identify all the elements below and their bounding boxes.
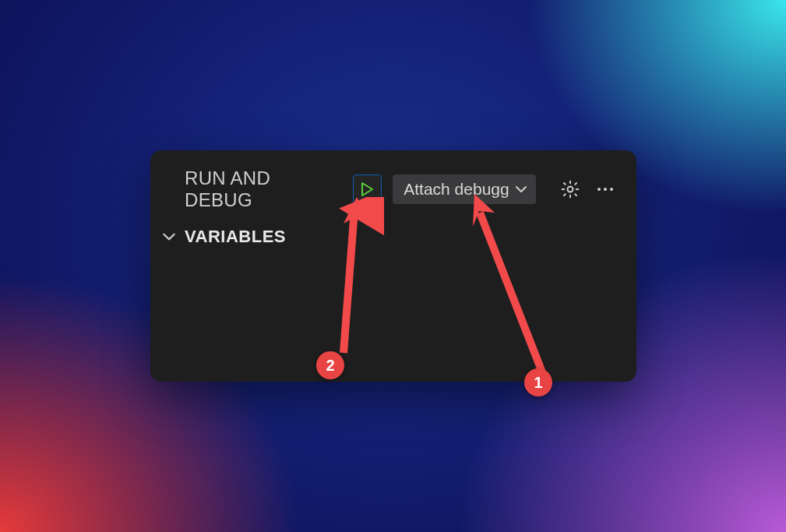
annotation-badge-2: 2 xyxy=(316,351,344,379)
play-icon xyxy=(359,181,375,197)
start-debug-button[interactable] xyxy=(353,174,382,204)
debug-config-dropdown[interactable]: Attach debugg xyxy=(393,174,535,204)
dot-icon xyxy=(610,188,613,191)
svg-point-0 xyxy=(567,187,573,192)
panel-title: RUN AND DEBUG xyxy=(185,167,342,211)
dot-icon xyxy=(597,188,601,191)
dot-icon xyxy=(604,188,607,191)
variables-section-header[interactable]: VARIABLES xyxy=(150,219,636,247)
settings-button[interactable] xyxy=(558,177,583,202)
debug-config-selected-label: Attach debugg xyxy=(404,180,509,199)
chevron-down-icon xyxy=(161,229,177,245)
chevron-down-icon xyxy=(514,182,528,196)
annotation-badge-1: 1 xyxy=(524,368,552,396)
more-actions-button[interactable] xyxy=(593,177,618,202)
run-and-debug-panel: RUN AND DEBUG Attach debugg xyxy=(150,150,636,382)
panel-header: RUN AND DEBUG Attach debugg xyxy=(150,150,636,219)
variables-section-label: VARIABLES xyxy=(185,227,286,247)
gear-icon xyxy=(560,179,580,199)
